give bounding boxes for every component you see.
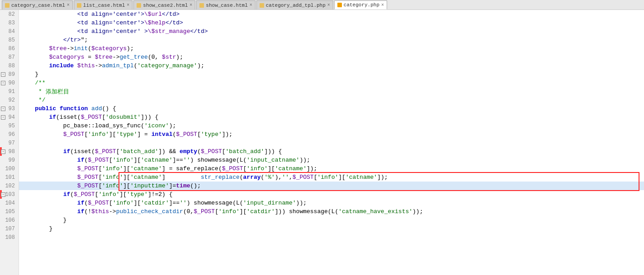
code-line-93: public function add() { bbox=[19, 104, 644, 113]
line-num-107: 107 bbox=[0, 224, 19, 233]
tab-label: category.php bbox=[344, 2, 379, 8]
line-numbers: 82 83 84 85 86 87 88 - 89 - 90 91 92 - 9… bbox=[0, 10, 19, 275]
tab-label: category_case.html bbox=[11, 3, 65, 8]
fold-93[interactable]: - bbox=[1, 107, 5, 111]
line-num-94: - 94 bbox=[0, 113, 19, 121]
fold-103[interactable]: - bbox=[1, 192, 5, 197]
line-num-100: 100 bbox=[0, 164, 19, 173]
line-num-87: 87 bbox=[0, 53, 19, 61]
fold-98[interactable]: - bbox=[1, 149, 5, 154]
line-num-88: 88 bbox=[0, 61, 19, 70]
tab-bar: category_case.html × list_case.html × sh… bbox=[0, 0, 644, 10]
tab-close[interactable]: × bbox=[250, 3, 252, 8]
line-num-84: 84 bbox=[0, 27, 19, 36]
line-num-92: 92 bbox=[0, 96, 19, 104]
code-line-82: <td align='center'>\$url</td> bbox=[19, 10, 644, 19]
line-num-97: 97 bbox=[0, 139, 19, 147]
tab-close[interactable]: × bbox=[127, 3, 129, 8]
tab-close[interactable]: × bbox=[381, 3, 384, 8]
tab-category-case[interactable]: category_case.html × bbox=[2, 0, 73, 9]
line-num-96: 96 bbox=[0, 130, 19, 139]
code-line-107: } bbox=[19, 224, 644, 233]
tab-label: category_add_tpl.php bbox=[266, 3, 326, 8]
tab-icon bbox=[199, 3, 204, 8]
line-num-91: 91 bbox=[0, 87, 19, 96]
tab-label: show_case.html bbox=[206, 3, 247, 8]
fold-89[interactable]: - bbox=[1, 72, 5, 77]
code-area: 82 83 84 85 86 87 88 - 89 - 90 91 92 - 9… bbox=[0, 10, 644, 275]
tab-icon bbox=[337, 3, 342, 7]
code-line-86: $tree->init($categorys); bbox=[19, 44, 644, 53]
line-num-85: 85 bbox=[0, 36, 19, 44]
code-line-96: $_POST['info']['type'] = intval($_POST['… bbox=[19, 130, 644, 139]
tab-list-case[interactable]: list_case.html × bbox=[74, 0, 133, 9]
code-line-103: if($_POST['info']['type']!=2) { bbox=[19, 190, 644, 199]
code-line-102: $_POST['info']['inputtime']=time(); bbox=[19, 182, 644, 190]
line-num-104: 104 bbox=[0, 199, 19, 207]
code-line-97 bbox=[19, 139, 644, 147]
code-line-98: if(isset($_POST['batch_add']) && empty($… bbox=[19, 147, 644, 156]
line-num-108: 108 bbox=[0, 233, 19, 242]
code-line-85: </tr>"; bbox=[19, 36, 644, 44]
code-line-94: if(isset($_POST['dosubmit'])) { bbox=[19, 113, 644, 121]
code-line-87: $categorys = $tree->get_tree(0, $str); bbox=[19, 53, 644, 61]
line-num-105: 105 bbox=[0, 207, 19, 216]
fold-94[interactable]: - bbox=[1, 115, 5, 120]
code-line-90: /** bbox=[19, 79, 644, 87]
line-num-99: 99 bbox=[0, 156, 19, 164]
code-line-84: <td align='center' >\$str_manage</td> bbox=[19, 27, 644, 36]
code-line-105: if(!$this->public_check_catdir(0,$_POST[… bbox=[19, 207, 644, 216]
line-num-106: 106 bbox=[0, 216, 19, 224]
tab-label: show_case2.html bbox=[143, 3, 188, 8]
line-num-95: 95 bbox=[0, 121, 19, 130]
tab-icon bbox=[137, 3, 141, 8]
tab-close[interactable]: × bbox=[67, 3, 70, 8]
fold-90[interactable]: - bbox=[1, 81, 5, 85]
code-line-108 bbox=[19, 233, 644, 242]
line-num-93: - 93 bbox=[0, 104, 19, 113]
code-line-104: if($_POST['info']['catdir']=='') showmes… bbox=[19, 199, 644, 207]
line-num-98: - 98 bbox=[0, 147, 19, 156]
code-line-91: * 添加栏目 bbox=[19, 87, 644, 96]
line-num-82: 82 bbox=[0, 10, 19, 19]
code-line-101: $_POST['info']['catname'] str_replace(ar… bbox=[19, 173, 644, 182]
tab-show-case[interactable]: show_case.html × bbox=[196, 0, 255, 9]
code-line-89: } bbox=[19, 70, 644, 79]
code-line-106: } bbox=[19, 216, 644, 224]
code-line-83: <td align='center'>\$help</td> bbox=[19, 19, 644, 27]
code-line-92: */ bbox=[19, 96, 644, 104]
line-num-102: 102 bbox=[0, 182, 19, 190]
tab-icon bbox=[260, 3, 264, 8]
line-num-90: - 90 bbox=[0, 79, 19, 87]
tab-category-php[interactable]: category.php × bbox=[334, 0, 387, 9]
code-line-99: if($_POST['info']['catname']=='') showme… bbox=[19, 156, 644, 164]
tab-show-case2[interactable]: show_case2.html × bbox=[133, 0, 195, 9]
line-num-83: 83 bbox=[0, 19, 19, 27]
line-num-101: 101 bbox=[0, 173, 19, 182]
code-line-88: include $this->admin_tpl('category_manag… bbox=[19, 61, 644, 70]
tab-label: list_case.html bbox=[83, 3, 125, 8]
tab-close[interactable]: × bbox=[327, 3, 330, 8]
line-num-103: - 103 bbox=[0, 190, 19, 199]
tab-icon bbox=[5, 3, 9, 8]
line-num-86: 86 bbox=[0, 44, 19, 53]
code-content[interactable]: <td align='center'>\$url</td> <td align=… bbox=[19, 10, 644, 275]
code-line-100: $_POST['info']['catname'] = safe_replace… bbox=[19, 164, 644, 173]
line-num-89: - 89 bbox=[0, 70, 19, 79]
tab-close[interactable]: × bbox=[189, 3, 192, 8]
tab-category-add-tpl[interactable]: category_add_tpl.php × bbox=[256, 0, 333, 9]
code-line-95: pc_base::load_sys_func('iconv'); bbox=[19, 121, 644, 130]
tab-icon bbox=[77, 3, 81, 8]
